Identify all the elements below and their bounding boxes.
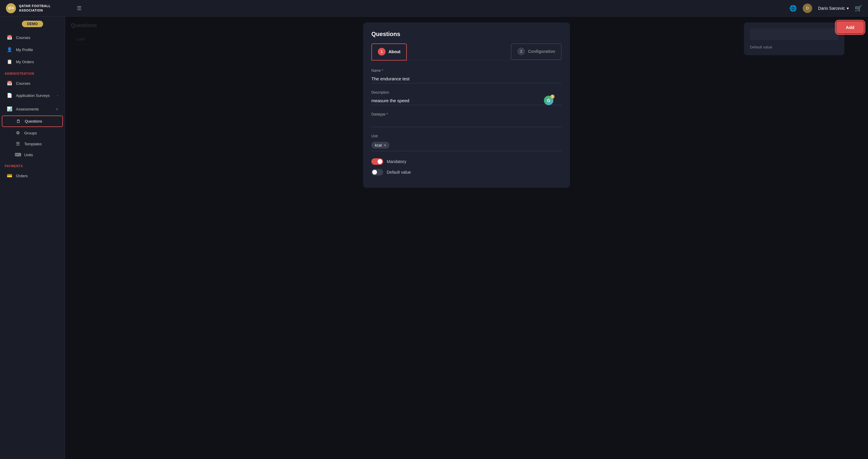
mandatory-slider	[371, 158, 383, 165]
mandatory-toggle[interactable]	[371, 158, 383, 165]
orders-icon: 💳	[6, 173, 12, 178]
assessments-arrow: ∨	[56, 107, 58, 111]
modal-overlay: Questions 1 About 2 Configuration Name	[65, 17, 868, 459]
sidebar-label-my-profile: My Profile	[16, 47, 33, 52]
datatype-label: Datatype *	[371, 112, 562, 117]
unit-field-group: Unit kcal ✕	[371, 134, 562, 151]
my-profile-icon: 👤	[6, 47, 12, 52]
sidebar: DEMO 📅 Courses 👤 My Profile 📋 My Orders …	[0, 17, 65, 459]
sidebar-item-orders[interactable]: 💳 Orders	[2, 170, 63, 182]
topnav-right: 🌐 D Dario Sarcevic ▾ 🛒	[789, 4, 862, 13]
sidebar-item-groups[interactable]: ⚙ Groups	[2, 128, 63, 138]
user-name-label: Dario Sarcevic	[818, 6, 845, 11]
modal-card: Questions 1 About 2 Configuration Name	[363, 23, 570, 188]
sidebar-item-assessments[interactable]: 📊 Assessments ∨	[2, 103, 63, 115]
templates-icon: ☰	[15, 141, 21, 146]
name-label-text: Name *	[371, 68, 383, 73]
topnav: QFA QATAR FOOTBALL ASSOCIATION ☰ 🌐 D Dar…	[0, 0, 868, 17]
admin-section-label: ADMINISTRATION	[0, 68, 65, 77]
groups-icon: ⚙	[15, 130, 21, 136]
mandatory-knob	[378, 159, 382, 164]
sidebar-item-my-profile[interactable]: 👤 My Profile	[2, 44, 63, 56]
default-value-toggle[interactable]	[371, 169, 383, 175]
payments-section-label: PAYMENTS	[0, 160, 65, 169]
sidebar-label-admin-courses: Courses	[16, 81, 30, 86]
assessments-icon: 📊	[6, 106, 12, 112]
questions-icon: 🗒	[16, 119, 21, 124]
datatype-field-group: Datatype *	[371, 112, 562, 127]
sidebar-label-application-surveys: Application Surveys	[16, 93, 50, 98]
right-panel: Default value	[744, 23, 844, 55]
right-panel-default-label: Default value	[750, 45, 838, 49]
grammarly-badge: G 1	[544, 96, 553, 105]
sidebar-item-admin-courses[interactable]: 📅 Courses	[2, 77, 63, 89]
mandatory-toggle-row: Mandatory	[371, 158, 562, 165]
menu-icon[interactable]: ☰	[77, 5, 82, 11]
name-label: Name *	[371, 68, 562, 73]
brand-logo: QFA	[6, 3, 16, 13]
modal-title: Questions	[371, 31, 562, 37]
default-value-label: Default value	[387, 170, 411, 174]
sidebar-item-questions[interactable]: 🗒 Questions	[2, 116, 63, 127]
demo-badge: DEMO	[22, 21, 43, 27]
user-avatar: D	[803, 4, 812, 13]
step-number-1: 1	[378, 48, 385, 56]
units-icon: ⌨	[15, 152, 21, 157]
right-panel-input[interactable]	[750, 28, 838, 40]
name-field-group: Name *	[371, 68, 562, 83]
my-orders-icon: 📋	[6, 59, 12, 64]
mandatory-label: Mandatory	[387, 159, 406, 164]
grammarly-notification: 1	[550, 95, 555, 99]
tab-configuration[interactable]: 2 Configuration	[511, 43, 562, 60]
user-name-button[interactable]: Dario Sarcevic ▾	[818, 6, 849, 11]
datatype-input[interactable]	[371, 118, 562, 127]
description-field-group: Description G 1	[371, 90, 562, 105]
default-value-slider	[371, 169, 383, 175]
admin-courses-icon: 📅	[6, 80, 12, 86]
application-surveys-icon: 📄	[6, 93, 12, 98]
user-chevron-icon: ▾	[847, 6, 849, 11]
sidebar-label-orders: Orders	[16, 174, 28, 178]
tab-about[interactable]: 1 About	[371, 43, 407, 61]
step-number-2: 2	[517, 47, 525, 55]
sidebar-item-application-surveys[interactable]: 📄 Application Surveys ›	[2, 90, 63, 101]
brand: QFA QATAR FOOTBALL ASSOCIATION	[6, 3, 71, 13]
main-content: Questions LoIG integer Questions 1 About…	[65, 17, 868, 459]
sidebar-label-units: Units	[24, 153, 33, 157]
step-label-about: About	[389, 49, 400, 54]
default-value-knob	[372, 170, 377, 174]
brand-name: QATAR FOOTBALL ASSOCIATION	[19, 4, 51, 12]
description-input[interactable]	[371, 96, 562, 105]
sidebar-label-assessments: Assessments	[16, 107, 39, 111]
sidebar-label-my-orders: My Orders	[16, 60, 34, 64]
name-input[interactable]	[371, 74, 562, 83]
unit-tag-label: kcal	[375, 143, 382, 147]
unit-tag-close-button[interactable]: ✕	[383, 143, 386, 147]
step-tabs: 1 About 2 Configuration	[371, 43, 562, 60]
description-label: Description	[371, 90, 562, 95]
cart-icon[interactable]: 🛒	[855, 5, 862, 12]
sidebar-label-questions: Questions	[25, 119, 42, 124]
unit-label-text: Unit	[371, 134, 378, 138]
demo-badge-container: DEMO	[0, 17, 65, 31]
sidebar-label-groups: Groups	[24, 131, 37, 135]
sidebar-item-courses-top[interactable]: 📅 Courses	[2, 32, 63, 43]
step-label-configuration: Configuration	[528, 49, 555, 54]
default-value-toggle-row: Default value	[371, 169, 562, 175]
add-button[interactable]: Add	[836, 21, 864, 33]
courses-icon: 📅	[6, 35, 12, 40]
sidebar-item-units[interactable]: ⌨ Units	[2, 150, 63, 160]
sidebar-label-courses-top: Courses	[16, 35, 30, 40]
sidebar-item-templates[interactable]: ☰ Templates	[2, 138, 63, 149]
sidebar-label-templates: Templates	[24, 142, 42, 146]
unit-tag[interactable]: kcal ✕	[371, 142, 390, 149]
globe-icon[interactable]: 🌐	[789, 5, 797, 12]
unit-label: Unit	[371, 134, 562, 138]
layout: DEMO 📅 Courses 👤 My Profile 📋 My Orders …	[0, 17, 868, 459]
sidebar-item-my-orders[interactable]: 📋 My Orders	[2, 56, 63, 68]
description-label-text: Description	[371, 90, 389, 95]
brand-logo-text: QFA	[8, 6, 14, 10]
application-surveys-arrow: ›	[57, 94, 58, 97]
datatype-label-text: Datatype *	[371, 112, 388, 117]
